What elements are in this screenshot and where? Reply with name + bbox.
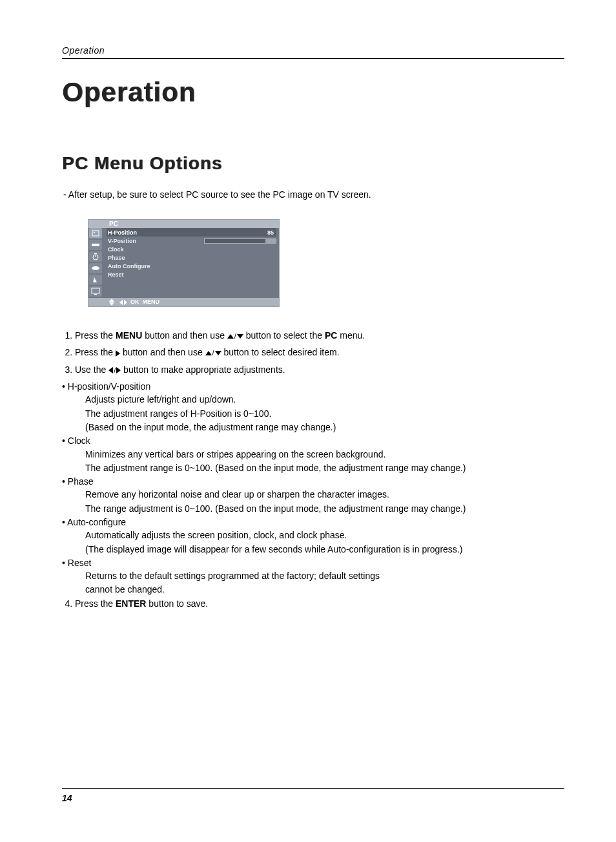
- osd-row-reset: Reset: [107, 270, 276, 279]
- bullet-reset-body: Returns to the default settings programm…: [62, 569, 564, 596]
- bullet-reset: • Reset: [62, 556, 564, 569]
- section-title: PC Menu Options: [62, 153, 564, 174]
- osd-icon-pc: [89, 286, 102, 297]
- osd-icon-picture: [89, 228, 102, 238]
- bullet-h-position-body: Adjusts picture left/right and up/down. …: [62, 393, 564, 434]
- svg-rect-8: [94, 294, 97, 295]
- osd-footer-menu: MENU: [143, 299, 160, 305]
- osd-footer-ok: OK: [130, 299, 139, 305]
- osd-row-clock: Clock: [107, 245, 276, 253]
- osd-menu-illustration: PC: [88, 219, 280, 307]
- bullet-auto-configure: • Auto-configure: [62, 516, 564, 529]
- osd-icon-screen: [89, 275, 102, 285]
- svg-point-6: [92, 266, 99, 270]
- up-arrow-icon: [205, 351, 212, 355]
- osd-row-auto-configure: Auto Configure: [107, 262, 276, 270]
- step-1: Press the MENU button and then use / but…: [75, 329, 564, 342]
- intro-text: - After setup, be sure to select PC sour…: [63, 189, 564, 200]
- right-icon: [124, 300, 127, 305]
- running-head: Operation: [62, 45, 564, 59]
- left-icon: [119, 300, 123, 305]
- bullet-phase-body: Remove any horizontal noise and clear up…: [62, 488, 564, 515]
- step-4: Press the ENTER button to save.: [75, 597, 564, 610]
- osd-row-label: Clock: [107, 246, 185, 253]
- osd-icon-sound: [89, 240, 102, 250]
- svg-point-1: [94, 232, 95, 233]
- down-arrow-icon: [237, 334, 243, 339]
- osd-row-h-position: H-Position 85: [107, 228, 276, 237]
- down-arrow-icon: [215, 351, 221, 355]
- osd-row-label: V-Position: [107, 238, 185, 244]
- page-footer: 14: [62, 788, 564, 803]
- page-number: 14: [62, 793, 72, 803]
- osd-icon-timer: [89, 251, 102, 262]
- chapter-title: Operation: [62, 77, 564, 108]
- osd-title: PC: [88, 220, 279, 228]
- osd-sidebar-icons: [88, 228, 103, 298]
- bullet-auto-configure-body: Automatically adjusts the screen positio…: [62, 529, 564, 556]
- osd-row-label: Reset: [107, 271, 185, 278]
- bullet-clock-body: Minimizes any vertical bars or stripes a…: [62, 448, 564, 475]
- up-icon: [109, 299, 114, 302]
- svg-rect-7: [92, 288, 99, 293]
- up-arrow-icon: [227, 334, 234, 339]
- down-icon: [109, 302, 114, 306]
- right-arrow-icon: [116, 350, 120, 357]
- svg-rect-2: [92, 244, 99, 246]
- osd-row-value: 85: [257, 229, 276, 236]
- osd-slider: [204, 238, 276, 244]
- step-2: Press the button and then use / button t…: [75, 346, 564, 359]
- osd-rows: H-Position 85 V-Position Clock Phase Aut…: [103, 228, 279, 298]
- bullet-clock: • Clock: [62, 434, 564, 447]
- osd-row-label: Auto Configure: [107, 263, 185, 269]
- osd-body: H-Position 85 V-Position Clock Phase Aut…: [88, 228, 279, 298]
- osd-row-v-position: V-Position: [107, 237, 276, 245]
- svg-rect-5: [94, 253, 97, 254]
- manual-page: Operation Operation PC Menu Options - Af…: [0, 0, 616, 842]
- bullet-phase: • Phase: [62, 475, 564, 488]
- osd-footer: OK MENU: [88, 298, 279, 306]
- osd-row-phase: Phase: [107, 253, 276, 262]
- osd-row-label: H-Position: [107, 229, 185, 236]
- instructions: Press the MENU button and then use / but…: [62, 329, 564, 610]
- osd-row-label: Phase: [107, 255, 185, 261]
- step-3: Use the / button to make appropriate adj…: [75, 363, 564, 376]
- svg-rect-0: [92, 231, 99, 236]
- osd-icon-special: [89, 263, 102, 273]
- bullet-h-position: • H-position/V-position: [62, 380, 564, 393]
